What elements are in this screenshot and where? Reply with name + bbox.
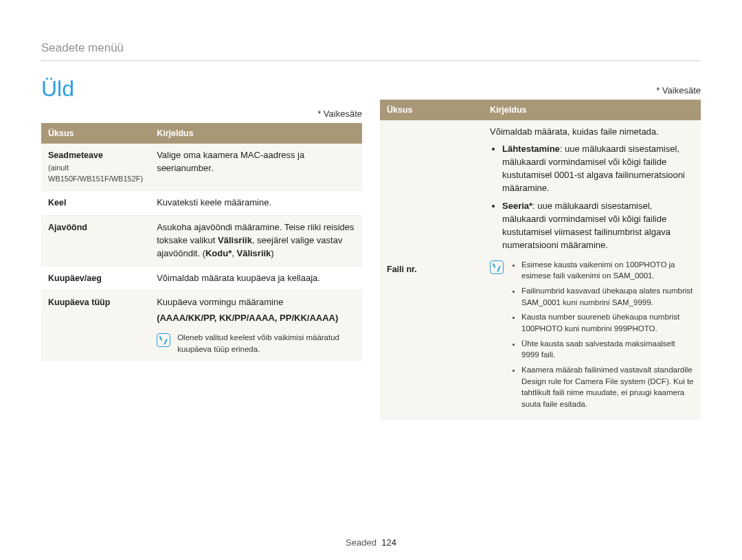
- breadcrumb: Seadete menüü: [41, 41, 701, 61]
- row-label-keel: Keel: [41, 191, 150, 216]
- option-bold: Seeria*: [502, 201, 532, 211]
- label-text: Seadmeteave: [48, 150, 103, 160]
- left-column: * Vaikesäte Üksus Kirjeldus Seadmeteave …: [41, 109, 362, 420]
- note-box: Esimese kausta vaikenimi on 100PHOTO ja …: [490, 259, 694, 414]
- footer-section: Seaded: [346, 537, 376, 548]
- page-footer: Seaded 124: [0, 537, 742, 548]
- desc-bold: Välisriik: [236, 248, 271, 258]
- list-item: Seeria*: uue mälukaardi sisestamisel, mä…: [502, 200, 694, 251]
- right-column: * Vaikesäte Üksus Kirjeldus Faili nr. Võ…: [380, 109, 701, 420]
- row-desc: Asukoha ajavööndi määramine. Teise riiki…: [150, 215, 362, 266]
- note-box: Oleneb valitud keelest võib vaikimisi mä…: [157, 332, 355, 355]
- table-row: Faili nr. Võimaldab määrata, kuidas fail…: [380, 120, 701, 419]
- table-row: Seadmeteave (ainult WB150F/WB151F/WB152F…: [41, 144, 362, 191]
- list-item: Lähtestamine: uue mälukaardi sisestamise…: [502, 143, 694, 194]
- note-item: Kaamera määrab failinimed vastavalt stan…: [521, 364, 694, 410]
- header-item: Üksus: [380, 100, 483, 120]
- header-desc: Kirjeldus: [483, 100, 701, 120]
- label-subtext: (ainult WB150F/WB151F/WB152F): [48, 163, 143, 185]
- note-text: Oleneb valitud keelest võib vaikimisi mä…: [177, 332, 355, 355]
- note-text-wrap: Esimese kausta vaikenimi on 100PHOTO ja …: [510, 259, 694, 414]
- manual-page: Seadete menüü Üld * Vaikesäte Üksus Kirj…: [0, 0, 742, 560]
- note-icon: [490, 260, 504, 274]
- row-label-ajavoond: Ajavöönd: [41, 215, 150, 266]
- row-desc: Valige oma kaamera MAC-aadress ja seeria…: [150, 144, 362, 191]
- header-item: Üksus: [41, 123, 150, 144]
- desc-intro: Võimaldab määrata, kuidas faile nimetada…: [490, 126, 694, 139]
- row-desc: Võimaldab määrata kuupäeva ja kellaaja.: [150, 266, 362, 291]
- table-row: Ajavöönd Asukoha ajavööndi määramine. Te…: [41, 215, 362, 266]
- table-row: Kuupäev/aeg Võimaldab määrata kuupäeva j…: [41, 266, 362, 291]
- row-label-faili-nr: Faili nr.: [380, 120, 483, 419]
- note-item: Failinumbrid kasvavad ühekaupa alates nu…: [521, 285, 694, 308]
- sep: ,: [275, 313, 280, 323]
- desc-intro: Kuupäeva vormingu määramine: [157, 296, 355, 309]
- note-item: Esimese kausta vaikenimi on 100PHOTO ja …: [521, 259, 694, 282]
- table-row: Keel Kuvateksti keele määramine.: [41, 191, 362, 216]
- settings-table-right: Üksus Kirjeldus Faili nr. Võimaldab määr…: [380, 100, 701, 420]
- desc-part: ): [271, 248, 273, 258]
- footer-page-number: 124: [381, 537, 396, 548]
- default-note-right: * Vaikesäte: [380, 85, 701, 96]
- row-desc: Kuvateksti keele määramine.: [150, 191, 362, 216]
- table-header-row: Üksus Kirjeldus: [41, 123, 362, 144]
- row-desc: Võimaldab määrata, kuidas faile nimetada…: [483, 120, 701, 419]
- row-desc: Kuupäeva vormingu määramine (AAAA/KK/PP,…: [150, 291, 362, 361]
- row-label-kuupaev-aeg: Kuupäev/aeg: [41, 266, 150, 291]
- default-note-left: * Vaikesäte: [41, 109, 362, 119]
- note-item: Kausta number suureneb ühekaupa numbrist…: [521, 311, 694, 334]
- option-list: Lähtestamine: uue mälukaardi sisestamise…: [490, 143, 694, 252]
- content-columns: * Vaikesäte Üksus Kirjeldus Seadmeteave …: [41, 109, 701, 420]
- settings-table-left: Üksus Kirjeldus Seadmeteave (ainult WB15…: [41, 123, 362, 361]
- note-list: Esimese kausta vaikenimi on 100PHOTO ja …: [510, 259, 694, 410]
- note-icon: [157, 333, 170, 347]
- row-label-seadmeteave: Seadmeteave (ainult WB150F/WB151F/WB152F…: [41, 144, 150, 191]
- table-row: Kuupäeva tüüp Kuupäeva vormingu määramin…: [41, 291, 362, 361]
- desc-bold: Välisriik: [218, 235, 252, 245]
- sep: ,: [214, 313, 219, 323]
- option-bold: Lähtestamine: [502, 144, 560, 154]
- note-item: Ühte kausta saab salvestada maksimaalsel…: [521, 338, 694, 361]
- header-desc: Kirjeldus: [150, 123, 362, 144]
- row-label-kuupaeva-tuup: Kuupäeva tüüp: [41, 291, 150, 361]
- desc-bold: Kodu*: [205, 248, 232, 258]
- table-header-row: Üksus Kirjeldus: [380, 100, 701, 120]
- fmt: PP/KK/AAAA: [280, 313, 335, 323]
- desc-formats: (AAAA/KK/PP, KK/PP/AAAA, PP/KK/AAAA): [157, 312, 355, 325]
- fmt: KK/PP/AAAA: [219, 313, 275, 323]
- fmt: AAAA/KK/PP: [159, 313, 214, 323]
